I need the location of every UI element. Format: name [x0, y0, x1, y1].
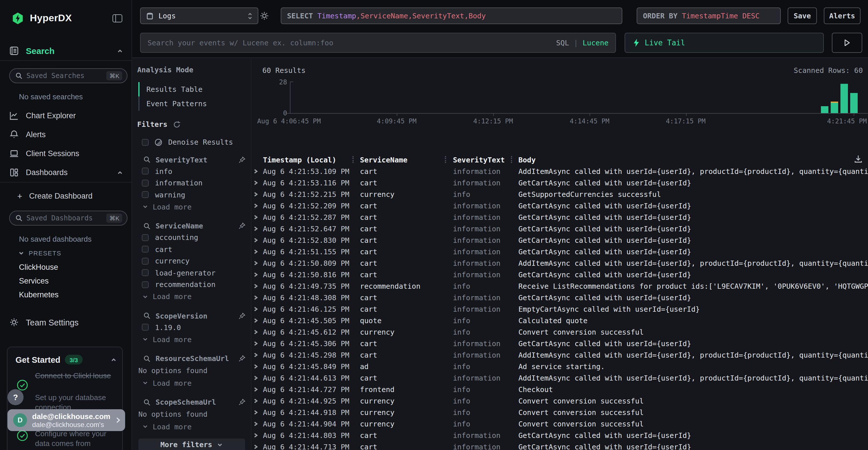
row-expand-chevron-icon[interactable] — [251, 201, 263, 210]
histogram-bar[interactable] — [840, 84, 848, 114]
table-row[interactable]: Aug 6 4:21:53.116 PMcartinformationGetCa… — [251, 177, 868, 188]
table-row[interactable]: Aug 6 4:21:52.647 PMcartinformationGetCa… — [251, 223, 868, 234]
facet-checkbox[interactable] — [142, 246, 149, 253]
facet-option[interactable]: warning — [137, 189, 246, 201]
save-button[interactable]: Save — [787, 7, 817, 24]
help-button[interactable]: ? — [7, 389, 24, 405]
live-tail-button[interactable]: Live Tail — [625, 33, 824, 53]
event-search-input[interactable] — [148, 38, 550, 47]
results-histogram[interactable]: 280Aug 6 4:06:45 PM4:09:45 PM4:12:15 PM4… — [251, 58, 868, 127]
more-filters-button[interactable]: More filters — [138, 438, 245, 450]
facet-checkbox[interactable] — [142, 180, 149, 187]
row-expand-chevron-icon[interactable] — [251, 431, 263, 439]
row-expand-chevron-icon[interactable] — [251, 362, 263, 371]
sidebar-item-dashboards[interactable]: Dashboards — [9, 168, 123, 178]
get-started-step2-title[interactable]: Configure where your data comes from — [35, 429, 115, 448]
table-row[interactable]: Aug 6 4:21:53.109 PMcartinformationAddIt… — [251, 165, 868, 177]
sidebar-item-client-sessions[interactable]: Client Sessions — [9, 149, 123, 158]
table-row[interactable]: Aug 6 4:21:52.215 PMcurrencyinfoGetSuppo… — [251, 188, 868, 200]
get-started-step1-title[interactable]: Connect to ClickHouse — [35, 372, 115, 381]
table-row[interactable]: Aug 6 4:21:45.505 PMquoteinfoCalculated … — [251, 315, 868, 326]
row-expand-chevron-icon[interactable] — [251, 293, 263, 301]
histogram-bar[interactable] — [831, 102, 838, 113]
saved-searches-search[interactable]: ⌘K — [9, 68, 127, 83]
facet-checkbox[interactable] — [142, 191, 149, 198]
facet-checkbox[interactable] — [142, 168, 149, 175]
saved-dashboards-input[interactable] — [26, 214, 102, 222]
table-row[interactable]: Aug 6 4:21:50.816 PMcartinformationGetCa… — [251, 269, 868, 280]
alerts-button[interactable]: Alerts — [824, 7, 861, 24]
load-more-button[interactable]: Load more — [137, 333, 246, 345]
sidebar-item-chart-explorer[interactable]: Chart Explorer — [9, 111, 123, 121]
analysis-mode-event-patterns[interactable]: Event Patterns — [138, 96, 246, 111]
column-resize-handle[interactable] — [352, 156, 353, 163]
table-row[interactable]: Aug 6 4:21:52.209 PMcartinformationGetCa… — [251, 200, 868, 211]
table-row[interactable]: Aug 6 4:21:44.713 PMcartinformationGetCa… — [251, 441, 868, 450]
facet-option[interactable]: cart — [137, 244, 246, 255]
table-row[interactable]: Aug 6 4:21:51.155 PMcartinformationGetCa… — [251, 246, 868, 257]
row-expand-chevron-icon[interactable] — [251, 282, 263, 290]
load-more-button[interactable]: Load more — [137, 290, 246, 302]
row-expand-chevron-icon[interactable] — [251, 224, 263, 233]
lucene-toggle[interactable]: Lucene — [583, 38, 609, 47]
table-row[interactable]: Aug 6 4:21:44.918 PMcurrencyinfoConvert … — [251, 406, 868, 418]
preset-kubernetes[interactable]: Kubernetes — [19, 290, 59, 299]
row-expand-chevron-icon[interactable] — [251, 316, 263, 325]
table-row[interactable]: Aug 6 4:21:52.287 PMcartinformationGetCa… — [251, 211, 868, 223]
facet-checkbox[interactable] — [142, 269, 149, 277]
presets-toggle[interactable]: PRESETS — [19, 250, 61, 257]
row-expand-chevron-icon[interactable] — [251, 419, 263, 428]
sql-toggle[interactable]: SQL — [556, 38, 569, 47]
run-query-button[interactable] — [832, 33, 862, 53]
facet-option[interactable]: info — [137, 165, 246, 177]
refresh-icon[interactable] — [173, 120, 181, 128]
chevron-up-icon[interactable] — [117, 170, 123, 175]
table-row[interactable]: Aug 6 4:21:49.735 PMrecommendationinfoRe… — [251, 280, 868, 292]
row-expand-chevron-icon[interactable] — [251, 304, 263, 313]
table-row[interactable]: Aug 6 4:21:44.925 PMcurrencyinfoConvert … — [251, 395, 868, 406]
facet-checkbox[interactable] — [142, 281, 149, 288]
pin-icon[interactable] — [238, 355, 246, 362]
facet-option[interactable]: recommendation — [137, 279, 246, 290]
table-row[interactable]: Aug 6 4:21:45.612 PMcurrencyinfoConvert … — [251, 326, 868, 338]
sidebar-section-search[interactable]: Search — [9, 46, 123, 56]
sidebar-item-team-settings[interactable]: Team Settings — [9, 317, 123, 327]
event-search-box[interactable]: SQL | Lucene — [140, 33, 616, 53]
row-expand-chevron-icon[interactable] — [251, 190, 263, 198]
row-expand-chevron-icon[interactable] — [251, 350, 263, 359]
chevron-up-icon[interactable] — [117, 48, 123, 54]
source-select[interactable]: Logs — [140, 7, 258, 24]
row-expand-chevron-icon[interactable] — [251, 374, 263, 382]
table-row[interactable]: Aug 6 4:21:46.125 PMcartinformationEmpty… — [251, 303, 868, 315]
col-severitytext[interactable]: SeverityText — [453, 155, 518, 164]
saved-searches-input[interactable] — [26, 72, 102, 80]
row-expand-chevron-icon[interactable] — [251, 385, 263, 393]
column-resize-handle[interactable] — [511, 156, 512, 163]
facet-checkbox[interactable] — [142, 234, 149, 241]
pin-icon[interactable] — [238, 312, 246, 319]
pin-icon[interactable] — [238, 398, 246, 406]
row-expand-chevron-icon[interactable] — [251, 327, 263, 336]
load-more-button[interactable]: Load more — [137, 377, 246, 389]
load-more-button[interactable]: Load more — [137, 201, 246, 213]
table-row[interactable]: Aug 6 4:21:44.904 PMcurrencyinfoConvert … — [251, 418, 868, 429]
col-body[interactable]: Body — [518, 155, 868, 164]
facet-checkbox[interactable] — [142, 324, 149, 331]
table-row[interactable]: Aug 6 4:21:52.830 PMcartinformationGetCa… — [251, 234, 868, 246]
facet-option[interactable]: currency — [137, 255, 246, 267]
create-dashboard-button[interactable]: + Create Dashboard — [17, 191, 131, 201]
preset-services[interactable]: Services — [19, 277, 49, 285]
denoise-results-option[interactable]: Denoise Results — [142, 138, 246, 147]
facet-checkbox[interactable] — [142, 258, 149, 265]
sidebar-collapse-icon[interactable] — [113, 14, 122, 22]
select-columns-input[interactable]: SELECT Timestamp,ServiceName,SeverityTex… — [281, 7, 622, 24]
facet-option[interactable]: load-generator — [137, 267, 246, 279]
histogram-bar[interactable] — [850, 93, 857, 113]
saved-dashboards-search[interactable]: ⌘K — [9, 211, 127, 226]
table-row[interactable]: Aug 6 4:21:44.613 PMcartinformationAddIt… — [251, 372, 868, 383]
column-resize-handle[interactable] — [445, 156, 446, 163]
analysis-mode-results-table[interactable]: Results Table — [138, 82, 246, 96]
row-expand-chevron-icon[interactable] — [251, 178, 263, 187]
col-servicename[interactable]: ServiceName — [360, 155, 453, 164]
row-expand-chevron-icon[interactable] — [251, 408, 263, 416]
